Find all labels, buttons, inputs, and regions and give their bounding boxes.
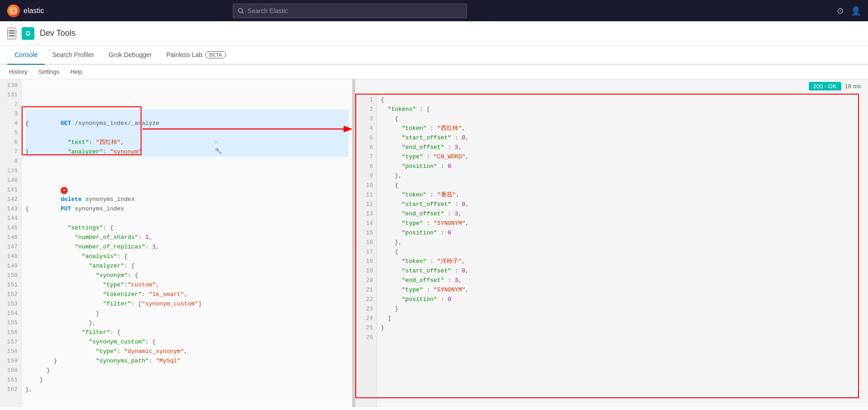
search-icon xyxy=(238,8,244,14)
settings-button[interactable]: Settings xyxy=(36,67,61,76)
code-editor[interactable]: GET /synonyms_index/_analyze ▷ 🔧 { "text… xyxy=(22,79,352,407)
beta-badge: BETA xyxy=(205,51,226,58)
tab-painless-lab[interactable]: Painless Lab BETA xyxy=(159,46,233,65)
notifications-icon[interactable]: ⊙ xyxy=(837,6,844,16)
app-bar: ☰ D Dev Tools xyxy=(0,21,868,46)
code-line xyxy=(25,81,349,91)
line-numbers: 130 131 2 3 4 5 6 7 8 139 140 141 142 14… xyxy=(0,79,22,407)
code-line xyxy=(25,167,349,176)
svg-point-2 xyxy=(238,8,242,12)
output-panel: 200 - OK 18 ms 1 2 3 4 5 6 7 8 9 10 11 xyxy=(355,79,868,407)
code-line: GET /synonyms_index/_analyze ▷ 🔧 xyxy=(25,110,349,119)
code-line-error: ✕ delete synonyms_index xyxy=(25,176,349,186)
elastic-wordmark: elastic xyxy=(24,7,44,15)
status-code: 200 - OK xyxy=(809,82,841,91)
output-line-numbers: 1 2 3 4 5 6 7 8 9 10 11 12 13 14 15 16 1 xyxy=(355,94,377,407)
error-icon: ✕ xyxy=(61,187,68,194)
code-line xyxy=(25,100,349,110)
top-bar-actions: ⊙ 👤 xyxy=(837,6,861,16)
code-line: } xyxy=(25,376,349,385)
help-button[interactable]: Help xyxy=(68,67,84,76)
global-search-bar[interactable]: Search Elastic xyxy=(233,4,467,18)
wrench-icon[interactable]: 🔧 xyxy=(215,148,222,155)
elastic-logo-icon xyxy=(7,5,20,17)
tabs-bar: Console Search Profiler Grok Debugger Pa… xyxy=(0,46,868,65)
code-line xyxy=(25,91,349,100)
code-line xyxy=(25,186,349,195)
top-bar: elastic Search Elastic ⊙ 👤 xyxy=(0,0,868,21)
app-title: Dev Tools xyxy=(40,29,75,38)
menu-button[interactable]: ☰ xyxy=(7,28,16,39)
main-area: 130 131 2 3 4 5 6 7 8 139 140 141 142 14… xyxy=(0,79,868,407)
history-button[interactable]: History xyxy=(7,67,29,76)
code-line: }, xyxy=(25,385,349,395)
user-avatar-icon[interactable]: 👤 xyxy=(851,6,861,16)
toolbar: History Settings Help xyxy=(0,65,868,79)
tab-grok-debugger[interactable]: Grok Debugger xyxy=(101,46,159,65)
run-icon[interactable]: ▷ xyxy=(215,138,218,145)
output-code: { "tokens" : [ { "token" : "西红柿", "start… xyxy=(377,94,868,407)
output-area: 1 2 3 4 5 6 7 8 9 10 11 12 13 14 15 16 1 xyxy=(355,94,868,407)
code-line: "settings": { xyxy=(25,214,349,224)
search-placeholder: Search Elastic xyxy=(248,7,288,14)
code-line: } xyxy=(25,366,349,376)
elastic-logo: elastic xyxy=(7,5,44,17)
svg-line-3 xyxy=(242,12,244,14)
editor-panel[interactable]: 130 131 2 3 4 5 6 7 8 139 140 141 142 14… xyxy=(0,79,353,407)
tab-console[interactable]: Console xyxy=(7,46,45,65)
tab-search-profiler[interactable]: Search Profiler xyxy=(45,46,101,65)
app-icon: D xyxy=(22,27,34,40)
status-time: 18 ms xyxy=(845,83,861,90)
status-bar: 200 - OK 18 ms xyxy=(802,79,868,93)
